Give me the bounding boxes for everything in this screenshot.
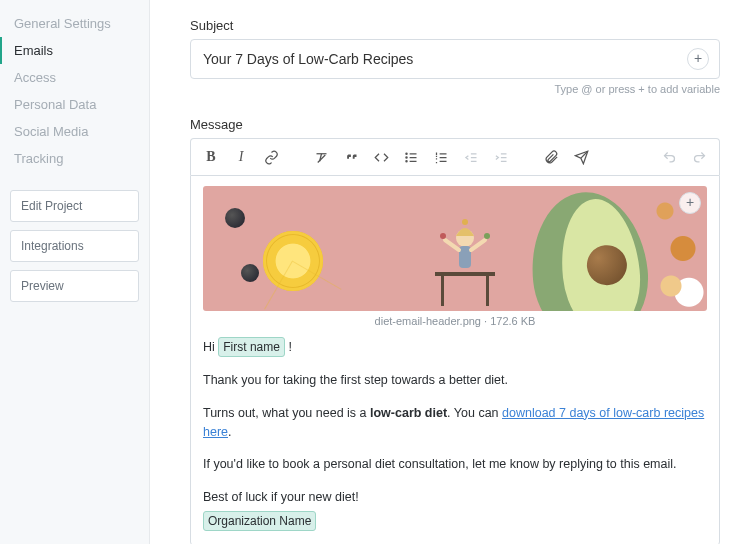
italic-button[interactable]: I: [227, 143, 255, 171]
numbered-list-button[interactable]: [427, 143, 455, 171]
editor-toolbar: B I: [190, 138, 720, 175]
quote-button[interactable]: [337, 143, 365, 171]
attachment-button[interactable]: [537, 143, 565, 171]
edit-project-button[interactable]: Edit Project: [10, 190, 139, 222]
lemon-icon: [263, 231, 323, 291]
sidebar-nav: General Settings Emails Access Personal …: [0, 10, 149, 172]
redo-button[interactable]: [685, 143, 713, 171]
svg-point-0: [405, 153, 406, 154]
person-illustration: [425, 216, 505, 308]
avocado-icon: [524, 186, 654, 311]
greeting-line: Hi First name !: [203, 337, 707, 357]
code-button[interactable]: [367, 143, 395, 171]
svg-rect-3: [435, 272, 495, 276]
bold-button[interactable]: B: [197, 143, 225, 171]
svg-point-10: [462, 219, 468, 225]
integrations-button[interactable]: Integrations: [10, 230, 139, 262]
first-name-token[interactable]: First name: [218, 337, 285, 357]
sidebar-item-tracking[interactable]: Tracking: [0, 145, 149, 172]
svg-rect-4: [441, 276, 444, 306]
organization-name-token[interactable]: Organization Name: [203, 511, 316, 531]
subject-hint: Type @ or press + to add variable: [190, 83, 720, 95]
header-image[interactable]: +: [203, 186, 707, 311]
bold-text: low-carb diet: [370, 406, 447, 420]
image-caption: diet-email-header.png · 172.6 KB: [203, 315, 707, 327]
add-variable-button[interactable]: +: [687, 48, 709, 70]
greeting-suffix: !: [285, 340, 292, 354]
svg-point-1: [405, 156, 406, 157]
svg-rect-5: [486, 276, 489, 306]
main-panel: Subject + Type @ or press + to add varia…: [150, 0, 750, 544]
blueberry-icon: [241, 264, 259, 282]
subject-field-wrap: +: [190, 39, 720, 79]
preview-button[interactable]: Preview: [10, 270, 139, 302]
outdent-button[interactable]: [457, 143, 485, 171]
svg-point-2: [405, 160, 406, 161]
clear-format-button[interactable]: [307, 143, 335, 171]
image-add-button[interactable]: +: [679, 192, 701, 214]
greeting-prefix: Hi: [203, 340, 218, 354]
body-paragraph: Thank you for taking the first step towa…: [203, 371, 707, 390]
send-test-button[interactable]: [567, 143, 595, 171]
sidebar-item-access[interactable]: Access: [0, 64, 149, 91]
indent-button[interactable]: [487, 143, 515, 171]
blueberry-icon: [225, 208, 245, 228]
bullet-list-button[interactable]: [397, 143, 425, 171]
undo-button[interactable]: [655, 143, 683, 171]
sidebar-item-personal-data[interactable]: Personal Data: [0, 91, 149, 118]
message-editor[interactable]: + diet-email-header.png · 172.6 KB Hi Fi…: [190, 175, 720, 544]
subject-label: Subject: [190, 18, 720, 33]
svg-point-9: [484, 233, 490, 239]
message-label: Message: [190, 117, 720, 132]
sidebar-item-social-media[interactable]: Social Media: [0, 118, 149, 145]
body-paragraph: If you'd like to book a personal diet co…: [203, 455, 707, 474]
subject-input[interactable]: [201, 50, 687, 68]
settings-sidebar: General Settings Emails Access Personal …: [0, 0, 150, 544]
sidebar-item-emails[interactable]: Emails: [0, 37, 149, 64]
svg-point-8: [440, 233, 446, 239]
body-paragraph: Turns out, what you need is a low-carb d…: [203, 404, 707, 442]
link-button[interactable]: [257, 143, 285, 171]
sidebar-item-general[interactable]: General Settings: [0, 10, 149, 37]
body-paragraph: Best of luck if your new diet!: [203, 488, 707, 507]
